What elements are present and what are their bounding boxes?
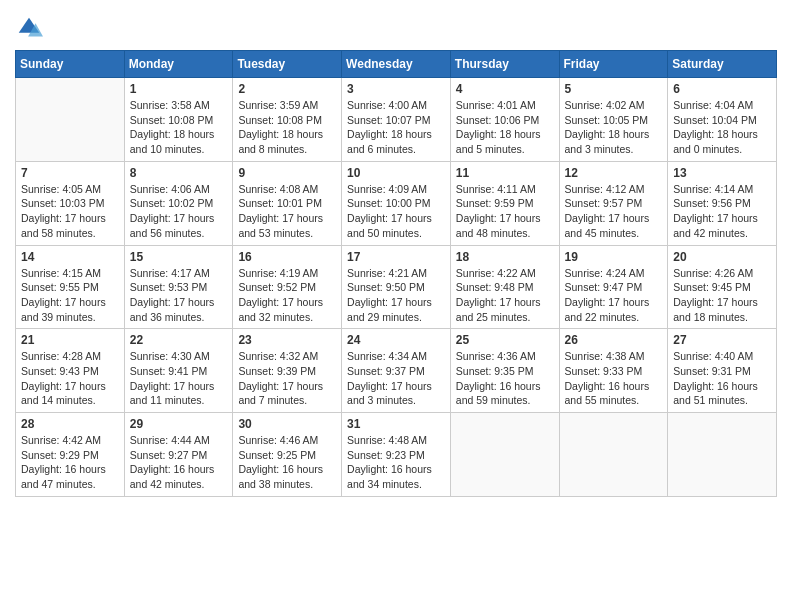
- day-info: Sunrise: 4:44 AM Sunset: 9:27 PM Dayligh…: [130, 433, 228, 492]
- calendar-cell: [16, 78, 125, 162]
- calendar-cell: 20Sunrise: 4:26 AM Sunset: 9:45 PM Dayli…: [668, 245, 777, 329]
- calendar-cell: 12Sunrise: 4:12 AM Sunset: 9:57 PM Dayli…: [559, 161, 668, 245]
- day-number: 23: [238, 333, 336, 347]
- day-number: 10: [347, 166, 445, 180]
- logo-icon: [15, 14, 43, 42]
- week-row-5: 28Sunrise: 4:42 AM Sunset: 9:29 PM Dayli…: [16, 413, 777, 497]
- calendar-cell: 17Sunrise: 4:21 AM Sunset: 9:50 PM Dayli…: [342, 245, 451, 329]
- calendar-cell: 22Sunrise: 4:30 AM Sunset: 9:41 PM Dayli…: [124, 329, 233, 413]
- day-info: Sunrise: 4:19 AM Sunset: 9:52 PM Dayligh…: [238, 266, 336, 325]
- day-number: 16: [238, 250, 336, 264]
- day-number: 11: [456, 166, 554, 180]
- day-number: 26: [565, 333, 663, 347]
- calendar-cell: 21Sunrise: 4:28 AM Sunset: 9:43 PM Dayli…: [16, 329, 125, 413]
- logo: [15, 14, 47, 42]
- calendar-cell: 14Sunrise: 4:15 AM Sunset: 9:55 PM Dayli…: [16, 245, 125, 329]
- day-number: 28: [21, 417, 119, 431]
- week-row-3: 14Sunrise: 4:15 AM Sunset: 9:55 PM Dayli…: [16, 245, 777, 329]
- calendar-cell: 13Sunrise: 4:14 AM Sunset: 9:56 PM Dayli…: [668, 161, 777, 245]
- day-info: Sunrise: 4:08 AM Sunset: 10:01 PM Daylig…: [238, 182, 336, 241]
- calendar-cell: [668, 413, 777, 497]
- header-cell-monday: Monday: [124, 51, 233, 78]
- header-cell-saturday: Saturday: [668, 51, 777, 78]
- calendar-cell: [559, 413, 668, 497]
- day-number: 21: [21, 333, 119, 347]
- day-number: 3: [347, 82, 445, 96]
- day-info: Sunrise: 4:06 AM Sunset: 10:02 PM Daylig…: [130, 182, 228, 241]
- calendar-cell: 7Sunrise: 4:05 AM Sunset: 10:03 PM Dayli…: [16, 161, 125, 245]
- calendar-cell: 29Sunrise: 4:44 AM Sunset: 9:27 PM Dayli…: [124, 413, 233, 497]
- calendar-cell: 24Sunrise: 4:34 AM Sunset: 9:37 PM Dayli…: [342, 329, 451, 413]
- calendar-body: 1Sunrise: 3:58 AM Sunset: 10:08 PM Dayli…: [16, 78, 777, 497]
- day-number: 31: [347, 417, 445, 431]
- calendar-cell: 9Sunrise: 4:08 AM Sunset: 10:01 PM Dayli…: [233, 161, 342, 245]
- day-info: Sunrise: 4:11 AM Sunset: 9:59 PM Dayligh…: [456, 182, 554, 241]
- day-info: Sunrise: 4:38 AM Sunset: 9:33 PM Dayligh…: [565, 349, 663, 408]
- day-info: Sunrise: 4:17 AM Sunset: 9:53 PM Dayligh…: [130, 266, 228, 325]
- header-cell-wednesday: Wednesday: [342, 51, 451, 78]
- day-info: Sunrise: 4:36 AM Sunset: 9:35 PM Dayligh…: [456, 349, 554, 408]
- day-info: Sunrise: 4:00 AM Sunset: 10:07 PM Daylig…: [347, 98, 445, 157]
- calendar-table: SundayMondayTuesdayWednesdayThursdayFrid…: [15, 50, 777, 497]
- day-number: 22: [130, 333, 228, 347]
- day-number: 5: [565, 82, 663, 96]
- day-number: 7: [21, 166, 119, 180]
- calendar-cell: 6Sunrise: 4:04 AM Sunset: 10:04 PM Dayli…: [668, 78, 777, 162]
- day-number: 27: [673, 333, 771, 347]
- day-number: 14: [21, 250, 119, 264]
- calendar-cell: 4Sunrise: 4:01 AM Sunset: 10:06 PM Dayli…: [450, 78, 559, 162]
- day-info: Sunrise: 4:12 AM Sunset: 9:57 PM Dayligh…: [565, 182, 663, 241]
- header-row: SundayMondayTuesdayWednesdayThursdayFrid…: [16, 51, 777, 78]
- calendar-cell: 27Sunrise: 4:40 AM Sunset: 9:31 PM Dayli…: [668, 329, 777, 413]
- day-number: 18: [456, 250, 554, 264]
- calendar-cell: 25Sunrise: 4:36 AM Sunset: 9:35 PM Dayli…: [450, 329, 559, 413]
- day-number: 13: [673, 166, 771, 180]
- day-number: 20: [673, 250, 771, 264]
- calendar-cell: [450, 413, 559, 497]
- calendar-cell: 5Sunrise: 4:02 AM Sunset: 10:05 PM Dayli…: [559, 78, 668, 162]
- day-number: 17: [347, 250, 445, 264]
- calendar-cell: 18Sunrise: 4:22 AM Sunset: 9:48 PM Dayli…: [450, 245, 559, 329]
- day-info: Sunrise: 4:01 AM Sunset: 10:06 PM Daylig…: [456, 98, 554, 157]
- day-info: Sunrise: 4:32 AM Sunset: 9:39 PM Dayligh…: [238, 349, 336, 408]
- week-row-1: 1Sunrise: 3:58 AM Sunset: 10:08 PM Dayli…: [16, 78, 777, 162]
- week-row-2: 7Sunrise: 4:05 AM Sunset: 10:03 PM Dayli…: [16, 161, 777, 245]
- week-row-4: 21Sunrise: 4:28 AM Sunset: 9:43 PM Dayli…: [16, 329, 777, 413]
- day-number: 19: [565, 250, 663, 264]
- calendar-cell: 23Sunrise: 4:32 AM Sunset: 9:39 PM Dayli…: [233, 329, 342, 413]
- day-number: 6: [673, 82, 771, 96]
- day-info: Sunrise: 4:42 AM Sunset: 9:29 PM Dayligh…: [21, 433, 119, 492]
- day-info: Sunrise: 4:34 AM Sunset: 9:37 PM Dayligh…: [347, 349, 445, 408]
- day-info: Sunrise: 4:14 AM Sunset: 9:56 PM Dayligh…: [673, 182, 771, 241]
- header-cell-thursday: Thursday: [450, 51, 559, 78]
- calendar-cell: 1Sunrise: 3:58 AM Sunset: 10:08 PM Dayli…: [124, 78, 233, 162]
- day-number: 2: [238, 82, 336, 96]
- day-number: 25: [456, 333, 554, 347]
- day-info: Sunrise: 4:02 AM Sunset: 10:05 PM Daylig…: [565, 98, 663, 157]
- calendar-cell: 31Sunrise: 4:48 AM Sunset: 9:23 PM Dayli…: [342, 413, 451, 497]
- calendar-cell: 26Sunrise: 4:38 AM Sunset: 9:33 PM Dayli…: [559, 329, 668, 413]
- calendar-cell: 10Sunrise: 4:09 AM Sunset: 10:00 PM Dayl…: [342, 161, 451, 245]
- day-number: 9: [238, 166, 336, 180]
- day-number: 24: [347, 333, 445, 347]
- day-info: Sunrise: 3:58 AM Sunset: 10:08 PM Daylig…: [130, 98, 228, 157]
- day-info: Sunrise: 4:24 AM Sunset: 9:47 PM Dayligh…: [565, 266, 663, 325]
- day-info: Sunrise: 4:28 AM Sunset: 9:43 PM Dayligh…: [21, 349, 119, 408]
- day-info: Sunrise: 4:05 AM Sunset: 10:03 PM Daylig…: [21, 182, 119, 241]
- day-number: 1: [130, 82, 228, 96]
- page-header: [15, 10, 777, 42]
- day-info: Sunrise: 3:59 AM Sunset: 10:08 PM Daylig…: [238, 98, 336, 157]
- calendar-cell: 19Sunrise: 4:24 AM Sunset: 9:47 PM Dayli…: [559, 245, 668, 329]
- day-info: Sunrise: 4:15 AM Sunset: 9:55 PM Dayligh…: [21, 266, 119, 325]
- day-info: Sunrise: 4:04 AM Sunset: 10:04 PM Daylig…: [673, 98, 771, 157]
- header-cell-sunday: Sunday: [16, 51, 125, 78]
- day-info: Sunrise: 4:26 AM Sunset: 9:45 PM Dayligh…: [673, 266, 771, 325]
- day-info: Sunrise: 4:30 AM Sunset: 9:41 PM Dayligh…: [130, 349, 228, 408]
- day-info: Sunrise: 4:21 AM Sunset: 9:50 PM Dayligh…: [347, 266, 445, 325]
- calendar-cell: 2Sunrise: 3:59 AM Sunset: 10:08 PM Dayli…: [233, 78, 342, 162]
- header-cell-tuesday: Tuesday: [233, 51, 342, 78]
- day-info: Sunrise: 4:40 AM Sunset: 9:31 PM Dayligh…: [673, 349, 771, 408]
- day-info: Sunrise: 4:46 AM Sunset: 9:25 PM Dayligh…: [238, 433, 336, 492]
- calendar-cell: 3Sunrise: 4:00 AM Sunset: 10:07 PM Dayli…: [342, 78, 451, 162]
- day-number: 29: [130, 417, 228, 431]
